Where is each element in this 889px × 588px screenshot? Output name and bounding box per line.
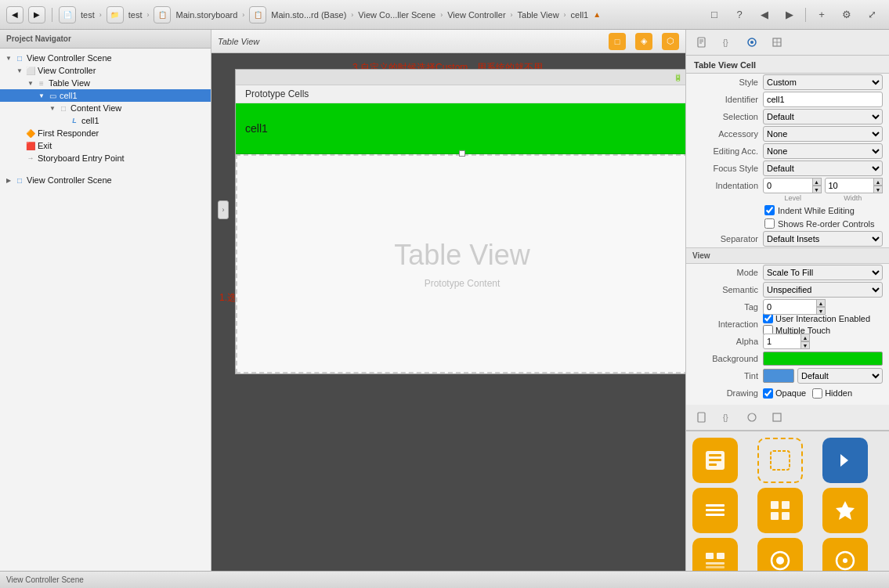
- breadcrumb-mainstoryboard[interactable]: Main.storyboard: [175, 10, 237, 20]
- grid-item-7[interactable]: [692, 538, 738, 571]
- focus-style-select[interactable]: Default: [763, 161, 883, 176]
- back-btn[interactable]: ◀: [6, 6, 23, 23]
- mode-select[interactable]: Scale To Fill: [763, 265, 883, 280]
- tree-cell1[interactable]: ▼ ▭ cell1: [0, 89, 211, 102]
- inspector-tab-code[interactable]: {}: [717, 33, 736, 52]
- storyboard-icon[interactable]: 📋: [154, 6, 171, 23]
- tag-stepper-down[interactable]: ▼: [816, 307, 826, 315]
- opaque-checkbox[interactable]: [763, 388, 773, 399]
- bottom-tab-file[interactable]: [692, 408, 711, 427]
- tint-color-swatch[interactable]: [763, 369, 794, 383]
- background-control[interactable]: [763, 352, 883, 366]
- inspector-toggle[interactable]: □: [703, 6, 725, 23]
- grid-item-4[interactable]: [692, 488, 738, 533]
- tree-storyboard-entry[interactable]: ▶ → Storyboard Entry Point: [0, 152, 211, 164]
- tint-select[interactable]: Default: [797, 368, 883, 384]
- identifier-input[interactable]: [763, 92, 883, 107]
- editing-acc-select[interactable]: None: [763, 143, 883, 159]
- tag-stepper-up[interactable]: ▲: [816, 299, 826, 307]
- vc-scene-label-1: View Controller Scene: [27, 53, 112, 63]
- breadcrumb-base[interactable]: Main.sto...rd (Base): [271, 10, 346, 20]
- warning-icon: ▲: [593, 10, 601, 19]
- inspector-tab-size[interactable]: [768, 33, 786, 52]
- folder-icon[interactable]: 📁: [107, 6, 124, 23]
- inspector-tab-attributes[interactable]: [743, 33, 761, 52]
- level-stepper-up[interactable]: ▲: [812, 178, 822, 186]
- separator-select-wrap: Default Insets: [763, 231, 883, 247]
- tree-tableview[interactable]: ▼ ≡ Table View: [0, 77, 211, 89]
- grid-item-8[interactable]: [757, 538, 803, 571]
- inspector-panel: {} Table View Cell Style Custom: [685, 30, 889, 571]
- alpha-stepper-down[interactable]: ▼: [800, 341, 810, 349]
- nav-left-btn[interactable]: ◀: [753, 6, 775, 23]
- grid-item-1[interactable]: [692, 438, 738, 483]
- svg-marker-32: [836, 501, 855, 520]
- grid-item-5[interactable]: [757, 488, 803, 533]
- semantic-select[interactable]: Unspecified: [763, 282, 883, 298]
- collapse-left[interactable]: ›: [218, 200, 229, 219]
- grid-item-2[interactable]: [757, 438, 803, 483]
- canvas-icon-3[interactable]: ⬡: [662, 33, 679, 50]
- breadcrumb-sep7: ›: [564, 11, 566, 19]
- interaction-label: Interaction: [692, 319, 763, 329]
- tree-content-view[interactable]: ▼ □ Content View: [0, 102, 211, 114]
- file-icon[interactable]: 📄: [59, 6, 76, 23]
- table-cell-row[interactable]: cell1: [236, 103, 685, 154]
- shows-reorder-checkbox[interactable]: [764, 218, 775, 229]
- background-color-swatch[interactable]: [763, 352, 883, 366]
- opaque-row[interactable]: Opaque: [763, 388, 806, 399]
- breadcrumb-vc[interactable]: View Controller: [447, 10, 505, 20]
- tree-vc[interactable]: ▼ ⬜ View Controller: [0, 64, 211, 77]
- width-stepper-up[interactable]: ▲: [873, 178, 883, 186]
- shows-reorder-row[interactable]: Shows Re-order Controls: [686, 217, 889, 230]
- breadcrumb-cell1[interactable]: cell1: [571, 10, 589, 20]
- accessory-select[interactable]: None: [763, 126, 883, 142]
- style-select[interactable]: Custom: [763, 74, 883, 90]
- indent-editing-checkbox[interactable]: [764, 205, 775, 215]
- tree-cell1-label[interactable]: ▶ L cell1: [0, 114, 211, 127]
- grid-item-6[interactable]: [822, 488, 868, 533]
- canvas-icon-1[interactable]: □: [609, 33, 626, 50]
- alpha-stepper-up[interactable]: ▲: [800, 334, 810, 341]
- resize-handle[interactable]: [459, 150, 465, 157]
- help-btn[interactable]: ?: [728, 6, 750, 23]
- breadcrumb-test1[interactable]: test: [81, 10, 95, 20]
- hidden-checkbox[interactable]: [812, 388, 822, 399]
- nav-right-btn[interactable]: ▶: [779, 6, 800, 23]
- scene-icon-2: □: [14, 175, 25, 186]
- contentview-label: Content View: [70, 103, 121, 113]
- breadcrumb-test2[interactable]: test: [128, 10, 143, 20]
- hidden-row[interactable]: Hidden: [812, 388, 852, 399]
- tree-exit[interactable]: ▶ 🟥 Exit: [0, 139, 211, 152]
- disclosure-contentview: ▼: [47, 103, 58, 114]
- level-stepper-down[interactable]: ▼: [812, 186, 822, 193]
- breadcrumb-scene[interactable]: View Co...ller Scene: [358, 10, 435, 20]
- bottom-tab-code[interactable]: {}: [717, 408, 736, 427]
- tree-vc-scene-2[interactable]: ▶ □ View Controller Scene: [0, 174, 211, 186]
- separator-select[interactable]: Default Insets: [763, 231, 883, 247]
- svg-rect-5: [698, 38, 705, 47]
- fullscreen-btn[interactable]: ⤢: [861, 6, 883, 23]
- settings-btn[interactable]: ⚙: [836, 6, 858, 23]
- canvas-icon-2[interactable]: ◈: [635, 33, 652, 50]
- width-stepper-down[interactable]: ▼: [873, 186, 883, 193]
- add-btn[interactable]: +: [811, 6, 833, 23]
- bottom-tab-circle[interactable]: [743, 408, 761, 427]
- storyboard-base-icon[interactable]: 📋: [249, 6, 266, 23]
- selection-select[interactable]: Default: [763, 109, 883, 124]
- breadcrumb-tableview[interactable]: Table View: [518, 10, 559, 20]
- tag-stepper: ▲ ▼: [816, 299, 826, 315]
- selection-select-wrap: Default: [763, 109, 883, 124]
- forward-btn[interactable]: ▶: [28, 6, 45, 23]
- tree-vc-scene-1[interactable]: ▼ □ View Controller Scene: [0, 52, 211, 64]
- style-select-wrap: Custom: [763, 74, 883, 90]
- inspector-tab-file[interactable]: [692, 33, 711, 52]
- bottom-tab-square[interactable]: [768, 408, 786, 427]
- grid-item-3[interactable]: [822, 438, 868, 483]
- inspector-identifier-row: Identifier: [686, 91, 889, 108]
- opaque-label: Opaque: [775, 388, 806, 398]
- grid-item-9[interactable]: [822, 538, 868, 571]
- tree-first-responder[interactable]: ▶ 🔶 First Responder: [0, 127, 211, 139]
- indent-editing-row[interactable]: Indent While Editing: [686, 204, 889, 217]
- sep-right: [805, 8, 806, 22]
